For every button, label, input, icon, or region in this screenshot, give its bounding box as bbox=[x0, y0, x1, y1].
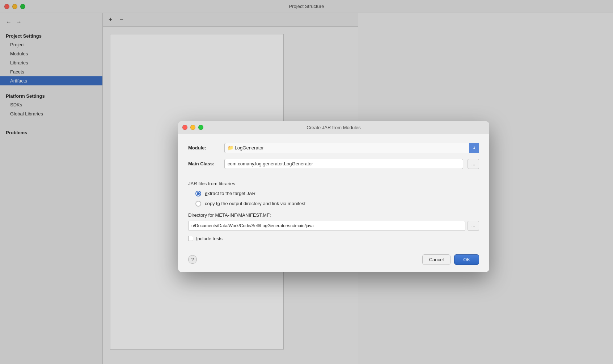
section-divider-1 bbox=[188, 175, 479, 175]
main-class-input[interactable] bbox=[224, 159, 463, 169]
manifest-section: Directory for META-INF/MANIFEST.MF: ... bbox=[188, 212, 479, 231]
dialog-window-controls bbox=[182, 125, 203, 130]
radio-copy-label: copy to the output directory and link vi… bbox=[205, 201, 305, 206]
radio-copy-row: copy to the output directory and link vi… bbox=[195, 201, 479, 207]
manifest-path-input[interactable] bbox=[188, 221, 465, 231]
help-button[interactable]: ? bbox=[188, 255, 197, 264]
dialog-footer: ? Cancel OK bbox=[178, 250, 489, 272]
create-jar-dialog: Create JAR from Modules Module: 📁 LogGen… bbox=[178, 121, 489, 272]
main-class-row: Main Class: ... bbox=[188, 159, 479, 169]
jar-files-label: JAR files from libraries bbox=[188, 181, 479, 186]
include-tests-checkbox[interactable] bbox=[188, 236, 193, 241]
dialog-title: Create JAR from Modules bbox=[306, 125, 361, 130]
ok-button[interactable]: OK bbox=[454, 254, 479, 265]
module-select[interactable]: 📁 LogGenerator bbox=[224, 143, 479, 153]
module-select-wrapper: 📁 LogGenerator ⬍ bbox=[224, 143, 479, 153]
footer-actions: Cancel OK bbox=[422, 254, 479, 265]
jar-options-group: extract to the target JAR copy to the ou… bbox=[188, 191, 479, 207]
radio-extract-row: extract to the target JAR bbox=[195, 191, 479, 196]
dialog-close-button[interactable] bbox=[182, 125, 187, 130]
include-tests-label: Include tests bbox=[196, 236, 223, 241]
dialog-maximize-button[interactable] bbox=[198, 125, 203, 130]
main-class-browse-button[interactable]: ... bbox=[468, 159, 479, 169]
dialog-overlay: Create JAR from Modules Module: 📁 LogGen… bbox=[0, 0, 613, 364]
dialog-minimize-button[interactable] bbox=[190, 125, 195, 130]
module-row: Module: 📁 LogGenerator ⬍ bbox=[188, 143, 479, 153]
dialog-body: Module: 📁 LogGenerator ⬍ Main Class: ... bbox=[178, 134, 489, 250]
cancel-button[interactable]: Cancel bbox=[422, 254, 451, 265]
main-class-label: Main Class: bbox=[188, 161, 224, 166]
manifest-browse-button[interactable]: ... bbox=[468, 221, 479, 231]
main-class-input-wrapper: ... bbox=[224, 159, 479, 169]
manifest-dir-label: Directory for META-INF/MANIFEST.MF: bbox=[188, 212, 479, 218]
radio-copy[interactable] bbox=[195, 201, 201, 207]
module-label: Module: bbox=[188, 145, 224, 151]
radio-extract[interactable] bbox=[195, 191, 201, 196]
include-tests-row: Include tests bbox=[188, 236, 479, 241]
radio-extract-label: extract to the target JAR bbox=[205, 191, 255, 196]
dialog-titlebar: Create JAR from Modules bbox=[178, 121, 489, 134]
manifest-input-row: ... bbox=[188, 221, 479, 231]
